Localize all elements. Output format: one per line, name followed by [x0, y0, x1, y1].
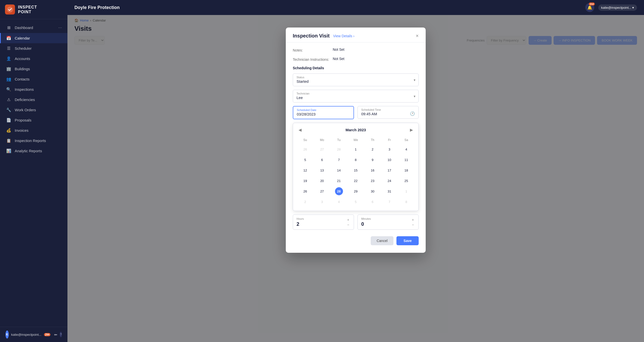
tech-instructions-label: Technician Instructions:: [293, 57, 333, 62]
logo-icon: [5, 5, 15, 15]
calendar-day[interactable]: 4: [335, 198, 343, 206]
sidebar-item-label: Inspections: [15, 87, 34, 92]
notes-row: Notes: Not Set: [293, 48, 419, 52]
hours-value: 2: [296, 221, 304, 227]
sidebar-item-proposals[interactable]: 📄 Proposals: [0, 115, 68, 125]
calendar-day[interactable]: 14: [335, 166, 343, 174]
sidebar-item-scheduler[interactable]: ☰ Scheduler: [0, 43, 68, 54]
calendar-day[interactable]: 6: [318, 156, 326, 164]
sidebar-item-inspections[interactable]: 🔍 Inspections: [0, 84, 68, 95]
tech-instructions-value: Not Set: [333, 57, 344, 62]
calendar-dow: Su: [297, 137, 313, 144]
calendar-day[interactable]: 25: [402, 177, 410, 185]
technician-dropdown-label: Technician: [293, 90, 418, 95]
cancel-button[interactable]: Cancel: [371, 236, 394, 245]
bell-badge: 214: [589, 3, 594, 6]
calendar-grid: SuMoTuWeThFrSa 2627281234567891011121314…: [296, 137, 415, 207]
hours-decrement-button[interactable]: −: [346, 223, 350, 227]
calendar-day[interactable]: 18: [402, 166, 410, 174]
calendar-day[interactable]: 3: [386, 145, 394, 153]
sidebar-nav: ⊞ Dashboard ··· 📅 Calendar ☰ Scheduler 👤…: [0, 19, 68, 327]
sidebar-item-buildings[interactable]: 🏢 Buildings: [0, 64, 68, 74]
sidebar-item-accounts[interactable]: 👤 Accounts: [0, 54, 68, 64]
sidebar-item-deficiencies[interactable]: ⚠ Deficiencies: [0, 95, 68, 105]
sidebar-item-inspection-reports[interactable]: 📋 Inspection Reports: [0, 136, 68, 146]
minutes-increment-button[interactable]: +: [411, 218, 415, 222]
minutes-value: 0: [361, 221, 371, 227]
calendar-day[interactable]: 4: [402, 145, 410, 153]
modal-body: Notes: Not Set Technician Instructions: …: [286, 43, 426, 253]
calendar-day[interactable]: 10: [386, 156, 394, 164]
calendar-day[interactable]: 7: [335, 156, 343, 164]
notification-bell[interactable]: 🔔 214: [585, 3, 594, 12]
sidebar-item-label: Invoices: [15, 128, 28, 133]
save-button[interactable]: Save: [396, 236, 419, 245]
sidebar-item-analytic-reports[interactable]: 📊 Analytic Reports: [0, 146, 68, 156]
calendar-day[interactable]: 26: [301, 187, 309, 195]
technician-dropdown-value: Lee: [293, 95, 418, 102]
calendar-day[interactable]: 2: [301, 198, 309, 206]
hours-increment-button[interactable]: +: [346, 218, 350, 222]
calendar-day[interactable]: 1: [402, 187, 410, 195]
calendar-day[interactable]: 26: [301, 145, 309, 153]
help-icon[interactable]: ?: [60, 332, 62, 337]
calendar-day[interactable]: 30: [368, 187, 376, 195]
calendar-prev-button[interactable]: ◀: [296, 127, 304, 133]
calendar-day[interactable]: 17: [386, 166, 394, 174]
topbar-title: Doyle Fire Protection: [74, 5, 581, 10]
calendar-day[interactable]: 8: [402, 198, 410, 206]
calendar-day[interactable]: 23: [368, 177, 376, 185]
calendar-day[interactable]: 7: [386, 198, 394, 206]
calendar-day[interactable]: 6: [368, 198, 376, 206]
scheduled-time-field[interactable]: Scheduled Time 09:45 AM 🕐: [358, 106, 419, 119]
view-details-link[interactable]: View Details ›: [333, 34, 354, 38]
calendar-day[interactable]: 29: [352, 187, 360, 195]
technician-dropdown[interactable]: Technician Lee ▾: [293, 90, 419, 103]
sidebar-item-calendar[interactable]: 📅 Calendar: [0, 33, 68, 43]
modal-close-button[interactable]: ×: [416, 33, 419, 39]
date-time-row: Scheduled Date 03/28/2023 Scheduled Time…: [293, 106, 419, 119]
calendar-day[interactable]: 12: [301, 166, 309, 174]
calendar-day[interactable]: 5: [301, 156, 309, 164]
calendar-day[interactable]: 8: [352, 156, 360, 164]
calendar-dow: Sa: [398, 137, 414, 144]
calendar-day[interactable]: 13: [318, 166, 326, 174]
calendar-day[interactable]: 3: [318, 198, 326, 206]
calendar-day[interactable]: 24: [386, 177, 394, 185]
more-options-icon[interactable]: ···: [58, 25, 62, 30]
calendar-day[interactable]: 27: [318, 145, 326, 153]
calendar-day[interactable]: 31: [386, 187, 394, 195]
calendar-day[interactable]: 2: [368, 145, 376, 153]
app-container: INSPECT POINT ⊞ Dashboard ··· 📅 Calendar…: [0, 0, 644, 342]
calendar-day[interactable]: 15: [352, 166, 360, 174]
sidebar-item-dashboard[interactable]: ⊞ Dashboard ···: [0, 22, 68, 33]
calendar-day[interactable]: 9: [368, 156, 376, 164]
sidebar-item-work-orders[interactable]: 🔧 Work Orders: [0, 105, 68, 115]
calendar-header-row: SuMoTuWeThFrSa: [297, 137, 414, 144]
calendar-next-button[interactable]: ▶: [408, 127, 415, 133]
calendar-day[interactable]: 16: [368, 166, 376, 174]
calendar-day[interactable]: 28: [335, 187, 343, 195]
calendar-day[interactable]: 20: [318, 177, 326, 185]
minutes-field: Minutes 0 + −: [358, 214, 419, 230]
calendar-day[interactable]: 27: [318, 187, 326, 195]
calendar-day[interactable]: 22: [352, 177, 360, 185]
status-dropdown[interactable]: Status Started ▾: [293, 74, 419, 86]
sidebar-item-contacts[interactable]: 👥 Contacts: [0, 74, 68, 84]
calendar-day[interactable]: 21: [335, 177, 343, 185]
user-menu[interactable]: katie@inspectpoint... ▾: [598, 5, 637, 11]
calendar-day[interactable]: 28: [335, 145, 343, 153]
topbar: Doyle Fire Protection 🔔 214 katie@inspec…: [68, 0, 644, 15]
sidebar-item-label: Contacts: [15, 77, 30, 81]
sidebar-item-invoices[interactable]: 💰 Invoices: [0, 125, 68, 136]
scheduler-icon: ☰: [6, 46, 11, 51]
hours-minutes-row: Hours 2 + − Minutes: [293, 214, 419, 230]
calendar-day[interactable]: 1: [352, 145, 360, 153]
scheduled-date-field[interactable]: Scheduled Date 03/28/2023: [293, 106, 354, 119]
minutes-decrement-button[interactable]: −: [411, 223, 415, 227]
calendar-day[interactable]: 19: [301, 177, 309, 185]
calendar-day[interactable]: 11: [402, 156, 410, 164]
calendar-day[interactable]: 5: [352, 198, 360, 206]
logout-icon[interactable]: ⬅: [54, 332, 57, 337]
sidebar-item-label: Proposals: [15, 118, 32, 122]
